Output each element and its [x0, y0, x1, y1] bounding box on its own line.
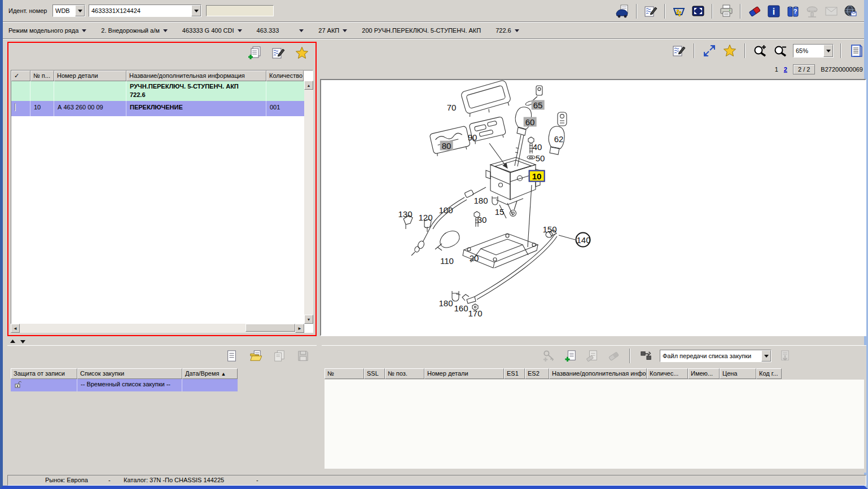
fullscreen-icon[interactable] [690, 3, 706, 19]
sort-asc-icon: ▲ [221, 371, 226, 377]
col-part-number[interactable]: Номер детали [54, 71, 126, 81]
col-part-number[interactable]: Номер детали [424, 368, 504, 379]
model-dropdown[interactable]: 463333 G 400 CDI [182, 27, 242, 34]
open-list-icon[interactable] [248, 348, 264, 364]
diagram-callout-110[interactable]: 110 [440, 256, 454, 266]
zoom-in-icon[interactable] [752, 43, 768, 59]
vertical-scrollbar[interactable]: ▲ ▼ [304, 81, 313, 324]
scroll-up-button[interactable]: ▲ [304, 81, 313, 90]
col-code[interactable]: Код г... [756, 368, 782, 379]
diagram-callout-50[interactable]: 50 [536, 153, 545, 163]
page-indicator: 2 / 2 [793, 64, 815, 74]
print-icon[interactable] [718, 3, 734, 19]
scroll-down-button[interactable]: ▼ [304, 315, 313, 324]
transmission-dropdown[interactable]: 722.6 [496, 27, 519, 34]
scroll-right-button[interactable]: ► [295, 324, 304, 333]
col-name[interactable]: Название/дополнительная информ... [549, 368, 647, 379]
vehicle-datacard-icon[interactable] [615, 3, 630, 19]
notes-edit-icon[interactable] [643, 3, 659, 19]
col-es1[interactable]: ES1 [504, 368, 525, 379]
model-range-mode-dropdown[interactable]: Режим модельного ряда [8, 27, 86, 34]
help-book-icon[interactable]: ? [785, 3, 801, 19]
transfer-target-select[interactable]: Файл передачи списка закупки [660, 350, 771, 362]
fit-image-icon[interactable] [702, 43, 717, 59]
add-to-list-icon[interactable] [247, 45, 262, 61]
diagram-callout-10[interactable]: 10 [529, 170, 545, 182]
favorites-star-icon[interactable] [722, 43, 738, 59]
erase-icon[interactable] [747, 3, 762, 19]
add-item-icon[interactable] [563, 348, 578, 364]
diagram-callout-65[interactable]: 65 [532, 100, 545, 110]
favorites-star-icon[interactable] [294, 45, 310, 61]
diagram-callout-180[interactable]: 180 [439, 298, 453, 308]
col-qty[interactable]: Количество [266, 71, 304, 81]
row-list-name: -- Временный список закупки -- [77, 379, 182, 391]
diagram-callout-150[interactable]: 150 [542, 224, 556, 234]
scroll-left-button[interactable]: ◄ [11, 324, 20, 333]
col-pos[interactable]: № поз. [385, 368, 424, 379]
diagram-callout-60[interactable]: 60 [524, 117, 537, 127]
model-code-dropdown[interactable]: 463.333 [257, 27, 304, 34]
diagram-callout-180[interactable]: 180 [474, 196, 488, 205]
diagram-callout-170[interactable]: 170 [468, 309, 482, 318]
diagram-callout-130[interactable]: 130 [398, 209, 412, 219]
new-list-icon[interactable] [224, 348, 240, 364]
diagram-canvas[interactable]: 7065606290804050101801510013012030201101… [320, 79, 866, 336]
diagram-callout-140[interactable]: 140 [576, 232, 591, 248]
col-quantity[interactable]: Количес... [647, 368, 688, 379]
parts-basket-icon[interactable] [671, 3, 687, 19]
row-checkbox[interactable] [15, 103, 16, 111]
diagram-callout-90[interactable]: 90 [468, 133, 477, 142]
transfer-dropdown-button[interactable] [761, 350, 771, 362]
col-check[interactable]: ✓ [11, 71, 30, 81]
page-link-2-current[interactable]: 2 [784, 66, 787, 73]
table-row[interactable]: -- Временный список закупки -- [11, 379, 238, 391]
vin-combobox[interactable]: 4633331X124424 [89, 5, 201, 17]
diagram-callout-70[interactable]: 70 [447, 103, 457, 112]
ident-label: Идент. номер [8, 7, 47, 14]
diagram-callout-62[interactable]: 62 [554, 134, 564, 144]
col-es2[interactable]: ES2 [525, 368, 549, 379]
wmi-select[interactable]: WDB [52, 5, 85, 17]
vin-value[interactable]: 4633331X124424 [89, 5, 191, 16]
scrollbar-thumb[interactable] [246, 324, 295, 332]
zoom-out-icon[interactable] [773, 43, 788, 59]
col-name[interactable]: Название/дополнительная информация [126, 71, 266, 81]
vin-dropdown-button[interactable] [191, 5, 201, 16]
horizontal-splitter[interactable] [7, 338, 866, 345]
horizontal-scrollbar[interactable]: ◄ ► [11, 324, 304, 333]
col-write-protect[interactable]: Защита от записи [11, 368, 77, 379]
col-price[interactable]: Цена [720, 368, 756, 379]
col-no[interactable]: № [325, 368, 364, 379]
diagram-callout-20[interactable]: 20 [470, 253, 479, 263]
wmi-select-dropdown-button[interactable] [75, 5, 85, 16]
diagram-callout-30[interactable]: 30 [477, 215, 487, 224]
page-list-icon[interactable] [848, 43, 864, 59]
diagram-callout-160[interactable]: 160 [454, 303, 468, 313]
col-have[interactable]: Имею... [688, 368, 720, 379]
zoom-dropdown-button[interactable] [823, 45, 833, 57]
diagram-callout-100[interactable]: 100 [439, 205, 453, 215]
col-pos[interactable]: № п... [30, 71, 54, 81]
unlocked-icon [14, 381, 21, 388]
col-list-name[interactable]: Список закупки [77, 368, 182, 379]
transfer-icon[interactable] [638, 348, 654, 364]
vehicle-class-dropdown[interactable]: 2. Внедорожный а/м [101, 27, 167, 34]
splitter-down-icon[interactable] [20, 339, 26, 344]
page-link-1[interactable]: 1 [775, 66, 778, 73]
col-datetime[interactable]: Дата/Время ▲ [182, 368, 238, 379]
svg-text:?: ? [794, 8, 797, 15]
splitter-up-icon[interactable] [10, 339, 16, 344]
diagram-callout-80[interactable]: 80 [440, 141, 453, 151]
group-dropdown[interactable]: 27 АКП [318, 27, 347, 34]
info-icon[interactable]: i [766, 3, 782, 19]
diagram-callout-120[interactable]: 120 [418, 213, 432, 222]
notes-edit-icon[interactable] [270, 45, 286, 61]
export-send-icon[interactable] [843, 3, 858, 19]
zoom-level-select[interactable]: 65% [793, 44, 834, 58]
diagram-callout-40[interactable]: 40 [533, 142, 542, 152]
notes-edit-icon[interactable] [671, 43, 687, 59]
diagram-callout-15[interactable]: 15 [495, 207, 505, 217]
table-row[interactable]: 10 А 463 260 00 09 ПЕРЕКЛЮЧЕНИЕ 001 [11, 101, 313, 116]
col-ssl[interactable]: SSL [364, 368, 385, 379]
